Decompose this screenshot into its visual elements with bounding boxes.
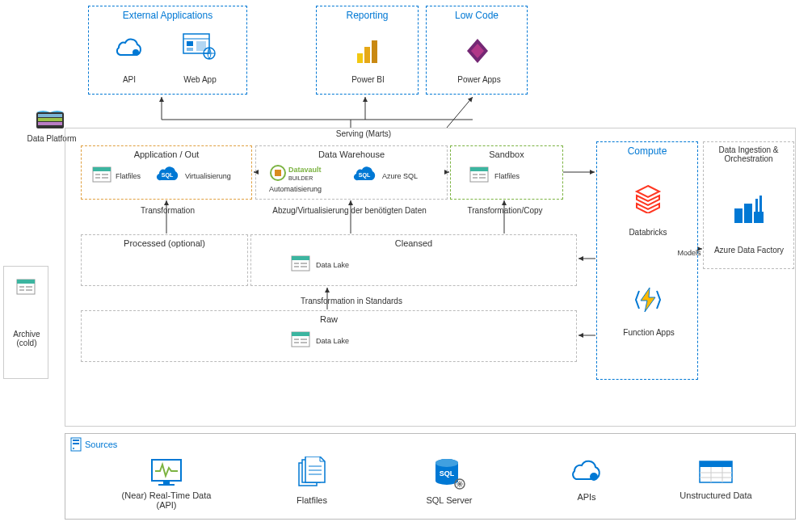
svg-rect-65 bbox=[19, 286, 24, 288]
svg-rect-27 bbox=[38, 114, 62, 117]
api-label: API bbox=[109, 75, 149, 84]
lowcode-box: Low Code Power Apps bbox=[426, 6, 528, 95]
adf-label: Azure Data Factory bbox=[709, 246, 789, 255]
svg-rect-64 bbox=[17, 280, 35, 284]
svg-rect-44 bbox=[473, 177, 478, 179]
svg-rect-54 bbox=[301, 263, 307, 264]
ingestion-box: Data Ingestion & Orchestration Azure Dat… bbox=[703, 141, 794, 269]
svg-rect-52 bbox=[292, 256, 309, 260]
svg-point-82 bbox=[435, 459, 458, 467]
svg-rect-74 bbox=[163, 481, 170, 484]
lowcode-title: Low Code bbox=[427, 6, 527, 24]
svg-rect-66 bbox=[26, 286, 32, 288]
data-warehouse-box: Data Warehouse DatavaultBUILDER Automati… bbox=[255, 145, 448, 200]
svg-rect-87 bbox=[700, 461, 732, 467]
svg-rect-28 bbox=[38, 118, 62, 121]
webapp-icon bbox=[182, 32, 216, 60]
transcopy-label: Transformation/Copy bbox=[461, 206, 549, 215]
files-icon bbox=[296, 457, 328, 489]
datavault-builder-icon bbox=[269, 164, 287, 182]
svg-text:SQL: SQL bbox=[440, 469, 455, 478]
source-unstructured-label: Unstructured Data bbox=[663, 490, 768, 500]
compute-box: Compute Databricks Function Apps bbox=[596, 141, 698, 380]
source-realtime-label: (Near) Real-Time Data (API) bbox=[114, 490, 219, 510]
api-cloud-icon bbox=[113, 35, 145, 59]
flatfiles-icon-1 bbox=[91, 166, 112, 183]
source-realtime: (Near) Real-Time Data (API) bbox=[114, 457, 219, 510]
svg-rect-32 bbox=[95, 174, 100, 175]
flatfiles-icon-2 bbox=[469, 166, 490, 183]
svg-rect-18 bbox=[187, 41, 193, 46]
svg-rect-58 bbox=[292, 332, 309, 336]
svg-text:SQL: SQL bbox=[162, 172, 174, 179]
flatfiles-label-2: Flatfiles bbox=[494, 172, 535, 180]
source-sqlserver: SQL SQL Server bbox=[397, 457, 502, 505]
serving-label: Serving (Marts) bbox=[327, 129, 400, 138]
svg-point-85 bbox=[590, 473, 598, 481]
data-platform-icon bbox=[35, 107, 65, 132]
function-apps-icon bbox=[633, 284, 663, 315]
monitor-icon bbox=[149, 457, 184, 487]
reporting-box: Reporting Power BI bbox=[316, 6, 419, 95]
api-cloud-icon-2 bbox=[569, 457, 604, 484]
svg-rect-34 bbox=[95, 177, 100, 179]
auto-label: Automatisierung bbox=[269, 185, 334, 193]
svg-rect-50 bbox=[759, 196, 762, 212]
datalake-label-1: Data Lake bbox=[316, 261, 364, 269]
ingestion-title: Data Ingestion & Orchestration bbox=[704, 142, 793, 166]
source-unstructured: Unstructured Data bbox=[663, 457, 768, 500]
source-flatfiles: Flatfiles bbox=[259, 457, 364, 505]
svg-rect-53 bbox=[294, 263, 299, 264]
svg-rect-55 bbox=[294, 266, 299, 267]
source-flatfiles-label: Flatfiles bbox=[259, 495, 364, 505]
svg-rect-35 bbox=[102, 177, 108, 179]
flatfiles-label-1: Flatfiles bbox=[116, 172, 148, 180]
svg-rect-60 bbox=[301, 339, 307, 340]
datalake-label-2: Data Lake bbox=[316, 337, 364, 345]
reporting-title: Reporting bbox=[317, 6, 418, 24]
svg-rect-42 bbox=[473, 174, 478, 175]
cleansed-title: Cleansed bbox=[251, 235, 576, 251]
sandbox-title: Sandbox bbox=[451, 146, 562, 162]
svg-rect-70 bbox=[73, 440, 79, 441]
svg-rect-59 bbox=[294, 339, 299, 340]
dvb-label: DatavaultBUILDER bbox=[288, 166, 345, 182]
powerbi-label: Power BI bbox=[346, 75, 390, 84]
function-apps-label: Function Apps bbox=[616, 328, 681, 337]
azuresql-label: Azure SQL bbox=[382, 172, 431, 180]
svg-line-4 bbox=[447, 97, 473, 128]
models-label: Models bbox=[673, 249, 705, 257]
application-out-title: Application / Out bbox=[82, 146, 251, 162]
svg-point-15 bbox=[133, 49, 139, 56]
svg-rect-67 bbox=[19, 289, 24, 291]
source-apis: APIs bbox=[534, 457, 639, 502]
application-out-box: Application / Out Flatfiles SQL Virtuali… bbox=[81, 145, 252, 200]
sql-cloud-icon-1: SQL bbox=[156, 164, 182, 183]
powerbi-icon bbox=[354, 37, 381, 65]
external-applications-box: External Applications API Web App bbox=[88, 6, 247, 95]
svg-rect-68 bbox=[26, 289, 32, 291]
sources-header: Sources bbox=[65, 434, 795, 455]
svg-rect-24 bbox=[364, 47, 370, 63]
svg-rect-75 bbox=[158, 484, 175, 486]
svg-rect-41 bbox=[470, 167, 488, 171]
processed-title: Processed (optional) bbox=[82, 235, 247, 251]
compute-title: Compute bbox=[597, 142, 697, 160]
svg-rect-23 bbox=[357, 53, 363, 63]
adf-icon bbox=[733, 194, 767, 225]
svg-rect-62 bbox=[301, 342, 307, 343]
powerapps-label: Power Apps bbox=[453, 75, 505, 84]
virt-label: Virtualisierung bbox=[185, 172, 242, 180]
svg-rect-29 bbox=[38, 122, 62, 125]
svg-rect-19 bbox=[187, 48, 193, 51]
svg-rect-61 bbox=[294, 342, 299, 343]
svg-rect-49 bbox=[755, 199, 758, 212]
transform-std-label: Transformation in Standards bbox=[271, 297, 432, 305]
raw-box: Raw Data Lake bbox=[81, 310, 577, 362]
cleansed-box: Cleansed Data Lake bbox=[250, 234, 577, 286]
archive-label: Archive (cold) bbox=[7, 330, 46, 347]
svg-rect-33 bbox=[102, 174, 108, 175]
databricks-label: Databricks bbox=[621, 228, 675, 237]
svg-rect-48 bbox=[754, 212, 764, 223]
sqlserver-icon: SQL bbox=[432, 457, 466, 490]
